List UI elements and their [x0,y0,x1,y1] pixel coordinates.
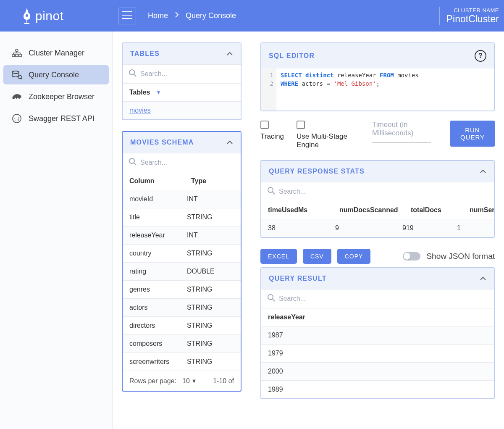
middle-column: TABLES Tables ▼ movies MOVIES SCHEMA [113,32,251,429]
stats-search-input[interactable] [279,188,488,195]
app-logo: pinot [5,7,109,25]
result-panel-header[interactable]: QUERY RESULT [261,268,494,289]
pinot-logo-icon [22,7,32,25]
multistage-control[interactable]: Use Multi-Stage Engine [297,121,360,149]
cluster-info: CLUSTER NAME PinotCluster [439,7,499,25]
svg-point-7 [12,71,19,74]
schema-table-header: Column Type [123,172,241,190]
sidebar-item-cluster-manager[interactable]: Cluster Manager [3,43,109,63]
schema-row: directorsSTRING [123,316,241,334]
breadcrumb: Home Query Console [148,11,236,20]
schema-search-input[interactable] [140,159,235,166]
tables-panel: TABLES Tables ▼ movies [122,42,242,120]
rows-per-page-select[interactable]: 10 ▾ [182,377,196,385]
svg-rect-6 [19,54,21,57]
panel-title: SQL EDITOR [269,52,315,60]
sort-down-icon: ▼ [156,89,161,95]
json-toggle[interactable]: Show JSON format [403,252,495,261]
schema-row: composersSTRING [123,334,241,353]
sidebar-item-swagger[interactable]: {..} Swagger REST API [3,109,109,128]
chevron-right-icon [175,11,179,20]
stats-table-header: timeUsedMs numDocsScanned totalDocs numS… [261,201,494,219]
result-panel: QUERY RESULT releaseYear 1987 1979 2000 … [260,267,495,399]
tables-search[interactable] [123,64,241,83]
app-header: pinot Home Query Console CLUSTER NAME Pi… [0,0,504,32]
export-row: EXCEL CSV COPY Show JSON format [260,249,495,264]
sql-code-area[interactable]: 12 SELECT distinct releaseYear FROM movi… [261,68,494,111]
tracing-checkbox[interactable] [260,121,269,129]
help-icon[interactable]: ? [475,50,486,62]
tables-column-header[interactable]: Tables ▼ [123,83,241,101]
result-search-input[interactable] [279,295,488,303]
schema-search[interactable] [123,153,241,172]
tables-panel-header[interactable]: TABLES [123,43,241,64]
svg-point-11 [129,70,134,75]
schema-pager: Rows per page: 10 ▾ 1-10 of [123,371,241,391]
panel-title: TABLES [130,50,160,58]
tracing-control[interactable]: Tracing [260,121,284,141]
run-query-button[interactable]: RUN QUERY [450,121,495,147]
sql-editor-header: SQL EDITOR ? [261,43,494,68]
timeout-field[interactable]: Timeout (in Milliseconds) [372,121,438,143]
cluster-label: CLUSTER NAME [446,7,499,13]
schema-row: titleSTRING [123,208,241,226]
schema-row: releaseYearINT [123,226,241,244]
schema-row: ratingDOUBLE [123,262,241,280]
multistage-checkbox[interactable] [297,121,305,129]
main-column: SQL EDITOR ? 12 SELECT distinct releaseY… [251,32,504,429]
svg-rect-5 [16,54,18,57]
json-switch[interactable] [403,252,420,261]
table-link-movies[interactable]: movies [129,107,151,114]
breadcrumb-current: Query Console [186,11,236,20]
result-row: 2000 [261,362,494,380]
svg-point-14 [268,295,273,300]
menu-toggle-icon[interactable] [118,8,136,24]
sql-code[interactable]: SELECT distinct releaseYear FROM movies … [276,68,423,111]
schema-row: genresSTRING [123,280,241,298]
result-search[interactable] [261,289,494,308]
excel-button[interactable]: EXCEL [260,249,297,264]
chevron-up-icon [480,168,486,175]
sidebar-item-query-console[interactable]: Query Console [3,65,109,84]
sql-editor-panel: SQL EDITOR ? 12 SELECT distinct releaseY… [260,42,495,111]
svg-point-2 [26,14,28,17]
sidebar: Cluster Manager Query Console Zookeeper … [0,32,113,429]
schema-row: screenwritersSTRING [123,353,241,371]
chevron-up-icon [226,50,233,58]
brand-text: pinot [35,9,64,23]
copy-button[interactable]: COPY [337,249,371,264]
panel-title: QUERY RESULT [269,275,327,282]
tables-search-input[interactable] [140,70,235,78]
breadcrumb-home[interactable]: Home [148,11,168,20]
cluster-icon [11,48,23,58]
sidebar-item-zookeeper[interactable]: Zookeeper Browser [3,87,109,106]
svg-rect-0 [26,20,27,23]
stats-panel-header[interactable]: QUERY RESPONSE STATS [261,161,494,182]
schema-row: actorsSTRING [123,298,241,316]
sidebar-item-label: Query Console [29,71,79,79]
search-icon [267,294,276,304]
search-icon [129,69,137,79]
query-controls: Tracing Use Multi-Stage Engine Timeout (… [260,121,495,149]
svg-point-3 [16,49,18,52]
svg-rect-4 [12,54,15,57]
table-row[interactable]: movies [123,101,241,119]
panel-title: MOVIES SCHEMA [130,139,194,146]
schema-row: movieIdINT [123,190,241,208]
result-row: 1987 [261,326,494,344]
caret-down-icon: ▾ [192,377,196,385]
schema-panel-header[interactable]: MOVIES SCHEMA [123,132,241,153]
result-table-header: releaseYear [261,308,494,326]
zookeeper-icon [11,92,23,101]
sidebar-item-label: Cluster Manager [29,49,84,58]
csv-button[interactable]: CSV [303,249,331,264]
result-row: 1989 [261,380,494,398]
svg-rect-1 [24,23,29,24]
swagger-icon: {..} [11,114,23,123]
stats-search[interactable] [261,182,494,201]
svg-point-12 [129,158,134,163]
svg-point-13 [268,187,273,192]
stats-row: 38 9 919 1 [261,219,494,237]
chevron-up-icon [226,139,233,146]
cluster-name: PinotCluster [446,13,499,25]
